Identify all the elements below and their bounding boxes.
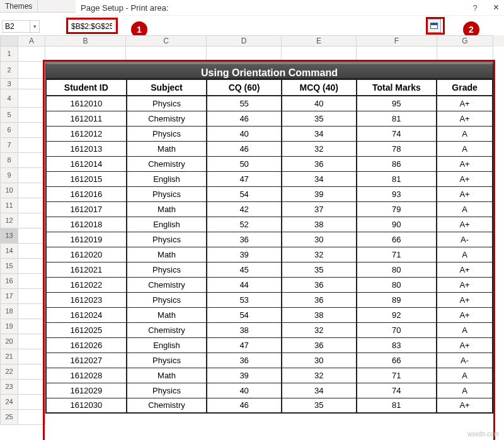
table-cell[interactable]: A+	[437, 156, 493, 171]
table-cell[interactable]: 1612029	[46, 383, 127, 398]
table-cell[interactable]: 30	[282, 353, 357, 368]
table-cell[interactable]: Math	[127, 141, 207, 156]
table-cell[interactable]: A+	[437, 262, 493, 277]
table-cell[interactable]: 35	[282, 111, 357, 126]
table-cell[interactable]: 92	[357, 307, 437, 322]
table-cell[interactable]: 1612026	[46, 337, 127, 353]
cell[interactable]	[18, 259, 45, 274]
table-cell[interactable]: Chemistry	[127, 398, 207, 413]
themes-button[interactable]: Themes	[0, 0, 38, 13]
table-cell[interactable]: 1612010	[46, 96, 127, 111]
cell[interactable]	[18, 228, 45, 244]
table-cell[interactable]: Physics	[127, 232, 207, 247]
dialog-help-button[interactable]: ?	[472, 3, 477, 13]
table-cell[interactable]: 32	[282, 141, 357, 156]
table-cell[interactable]: 47	[207, 337, 282, 353]
row-header[interactable]: 23	[0, 380, 18, 395]
table-row[interactable]: 1612010Physics554095A+	[46, 96, 493, 111]
row-header[interactable]: 22	[0, 364, 18, 380]
table-cell[interactable]: 34	[282, 383, 357, 398]
table-cell[interactable]: English	[127, 217, 207, 232]
table-cell[interactable]: Chemistry	[127, 277, 207, 292]
table-cell[interactable]: 1612015	[46, 171, 127, 186]
table-cell[interactable]: 38	[207, 322, 282, 337]
table-cell[interactable]: A	[437, 201, 493, 217]
table-row[interactable]: 1612012Physics403474A	[46, 126, 493, 141]
table-cell[interactable]: 40	[207, 126, 282, 141]
table-cell[interactable]: Chemistry	[127, 156, 207, 171]
table-cell[interactable]: 66	[357, 353, 437, 368]
table-row[interactable]: 1612026English473683A+	[46, 337, 493, 353]
table-cell[interactable]: 1612022	[46, 277, 127, 292]
table-cell[interactable]: 1612023	[46, 292, 127, 307]
table-cell[interactable]: 83	[357, 337, 437, 353]
table-cell[interactable]: Physics	[127, 96, 207, 111]
cell[interactable]	[18, 79, 45, 89]
table-cell[interactable]: Math	[127, 247, 207, 262]
table-cell[interactable]: 1612012	[46, 126, 127, 141]
cell[interactable]	[18, 108, 45, 123]
col-header[interactable]: E	[282, 35, 357, 47]
table-cell[interactable]: 71	[357, 368, 437, 383]
table-row[interactable]: 1612028Math393271A	[46, 368, 493, 383]
table-cell[interactable]: 1612018	[46, 217, 127, 232]
table-cell[interactable]: 1612030	[46, 398, 127, 413]
cell[interactable]	[18, 198, 45, 213]
table-cell[interactable]: 95	[357, 96, 437, 111]
table-cell[interactable]: A+	[437, 277, 493, 292]
cell[interactable]	[18, 334, 45, 349]
print-area-input[interactable]	[68, 20, 115, 33]
table-cell[interactable]: Physics	[127, 353, 207, 368]
table-cell[interactable]: 34	[282, 171, 357, 186]
row-header[interactable]: 7	[0, 138, 18, 153]
table-cell[interactable]: 36	[282, 277, 357, 292]
table-cell[interactable]: 54	[207, 307, 282, 322]
table-cell[interactable]: 70	[357, 322, 437, 337]
table-cell[interactable]: 80	[357, 277, 437, 292]
row-header[interactable]: 25	[0, 410, 18, 425]
table-cell[interactable]: 45	[207, 262, 282, 277]
table-cell[interactable]: 79	[357, 201, 437, 217]
row-header[interactable]: 16	[0, 274, 18, 289]
table-cell[interactable]: 32	[282, 368, 357, 383]
table-cell[interactable]: 52	[207, 217, 282, 232]
table-cell[interactable]: Math	[127, 201, 207, 217]
table-cell[interactable]: A	[437, 247, 493, 262]
table-row[interactable]: 1612018English523890A+	[46, 217, 493, 232]
table-cell[interactable]: Math	[127, 307, 207, 322]
table-cell[interactable]: 32	[282, 322, 357, 337]
table-cell[interactable]: 35	[282, 398, 357, 413]
table-cell[interactable]: 71	[357, 247, 437, 262]
table-cell[interactable]: 44	[207, 277, 282, 292]
table-row[interactable]: 1612014Chemistry503686A+	[46, 156, 493, 171]
cell[interactable]	[18, 138, 45, 153]
table-cell[interactable]: 1612017	[46, 201, 127, 217]
cell[interactable]	[18, 183, 45, 198]
expand-dialog-button[interactable]	[427, 19, 441, 33]
table-row[interactable]: 1612025Chemistry383270A	[46, 322, 493, 337]
table-row[interactable]: 1612020Math393271A	[46, 247, 493, 262]
row-header[interactable]: 15	[0, 259, 18, 274]
table-row[interactable]: 1612029Physics403474A	[46, 383, 493, 398]
table-cell[interactable]: 1612024	[46, 307, 127, 322]
col-header[interactable]: F	[357, 35, 437, 47]
table-cell[interactable]: 50	[207, 156, 282, 171]
col-header[interactable]: B	[45, 35, 126, 47]
table-cell[interactable]: 89	[357, 292, 437, 307]
table-cell[interactable]: A+	[437, 337, 493, 353]
cell[interactable]	[18, 244, 45, 259]
row-header[interactable]: 14	[0, 244, 18, 259]
table-row[interactable]: 1612017Math423779A	[46, 201, 493, 217]
row-header[interactable]: 13	[0, 228, 18, 244]
table-cell[interactable]: 34	[282, 126, 357, 141]
table-cell[interactable]: 47	[207, 171, 282, 186]
row-header[interactable]: 3	[0, 79, 18, 89]
table-cell[interactable]: 81	[357, 171, 437, 186]
table-row[interactable]: 1612027Physics363066A-	[46, 353, 493, 368]
table-cell[interactable]: A	[437, 383, 493, 398]
table-cell[interactable]: Physics	[127, 262, 207, 277]
table-cell[interactable]: 30	[282, 232, 357, 247]
cell[interactable]	[18, 62, 45, 79]
row-header[interactable]: 18	[0, 304, 18, 319]
table-row[interactable]: 1612013Math463278A	[46, 141, 493, 156]
